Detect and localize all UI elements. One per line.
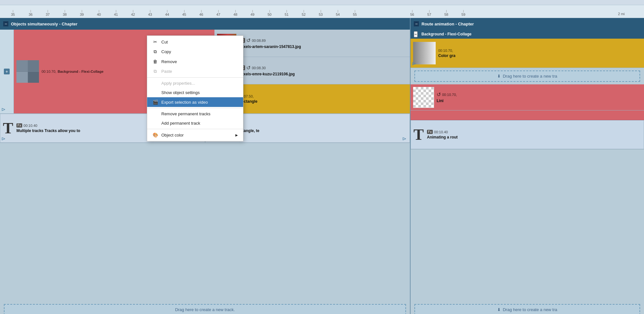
clip-checker[interactable]: ↺ 00:10.70, Lini [411, 84, 644, 110]
clip-thumb-checker [413, 87, 434, 108]
export-video-icon: 🎬 [152, 100, 158, 105]
clip-image-car[interactable]: FX ↺ 00:08.30 pexels-emre-kuzu-2119106.j… [214, 57, 410, 84]
clip-rectangle[interactable]: 00:07.50, Rectangle [214, 84, 410, 113]
cut-label: Cut [161, 40, 168, 44]
clip-time-colorgrd: 00:10.70, [438, 49, 455, 52]
add-track-icon-1: + [4, 69, 10, 74]
right-chapter-header: − Route animation - Chapter [411, 18, 644, 30]
clip-text-right-panel[interactable]: T Fx 00:10.40 Animating a rout [411, 120, 644, 149]
resize-handle-3[interactable]: ⊳ [402, 136, 409, 142]
palette-icon: 🎨 [152, 132, 158, 138]
ruler-tick-49: 49 [251, 13, 254, 16]
ruler-tick-50: 50 [268, 13, 271, 16]
drag-arrow-right-top: ⬇ [497, 74, 501, 79]
cut-icon: ✂ [152, 39, 158, 44]
drag-zone-top-right-container: ⬇ Drag here to create a new tra [411, 68, 644, 84]
fx-icon-text: Fx [16, 123, 22, 128]
drag-zone-left-text: Drag here to create a new track. [175, 307, 235, 312]
remove-perm-label: Remove permanent tracks [161, 111, 210, 116]
menu-item-object-color[interactable]: 🎨 Object color ▶ [147, 130, 243, 140]
ruler-tick-45: 45 [182, 13, 186, 16]
clip-time-forest: FX ↺ 00:08.89 [239, 37, 301, 43]
clip-info-checker: ↺ 00:10.70, Lini [437, 91, 457, 103]
right-track-content-2: ↺ 00:10.70, Lini [411, 84, 644, 110]
copy-icon: ⧉ [152, 49, 158, 54]
menu-item-export-video[interactable]: 🎬 Export selection as video [147, 97, 243, 107]
add-perm-label: Add permanent track [161, 121, 200, 126]
ruler-tick-40: 40 [97, 13, 101, 16]
paste-icon: ⧉ [152, 69, 158, 74]
time-value: 00:10.70, [42, 70, 56, 73]
clip-color-grad[interactable]: 00:10.70, Color gra ⊳ [411, 39, 644, 68]
right-chapter-title: Route animation - Chapter [421, 22, 474, 26]
menu-separator-3 [147, 129, 243, 129]
right-clips-container: FX ↺ 00:08.89 pexels-artem-saranin-15478… [214, 30, 410, 113]
drag-arrow-right-bottom: ⬇ [497, 307, 501, 312]
bottom-area-right: ⬇ Drag here to create a new tra [411, 149, 644, 314]
clip-time-text-panel: Fx 00:10.40 [427, 130, 458, 134]
drag-zone-right-bottom-text: Drag here to create a new tra [503, 307, 557, 312]
clip-name-collage: Background - Flexi-Collage [58, 70, 103, 73]
right-chapter-collapse-btn[interactable]: − [414, 21, 419, 26]
clip-time-text: Fx 00:10.40 [16, 123, 80, 128]
clip-name-car: pexels-emre-kuzu-2119106.jpg [239, 72, 295, 76]
ruler-tick-35: 35 [11, 13, 15, 16]
menu-item-copy[interactable]: ⧉ Copy [147, 47, 243, 57]
right-track-row-text: T Fx 00:10.40 Animating a rout [411, 120, 644, 149]
remove-label: Remove [161, 59, 177, 64]
ruler-tick-38: 38 [63, 13, 67, 16]
clip-info-colorgrd: 00:10.70, Color gra [438, 49, 455, 58]
ruler-tick-36: 36 [29, 13, 33, 16]
menu-item-paste[interactable]: ⧉ Paste [147, 66, 243, 76]
ruler-tick-47: 47 [216, 13, 220, 16]
ruler-tick-39: 39 [80, 13, 84, 16]
menu-item-apply-props[interactable]: Apply properties... [147, 79, 243, 88]
clip-thumb-collage [16, 60, 39, 83]
ruler-tick-53: 53 [319, 13, 323, 16]
clip-image-forest[interactable]: FX ↺ 00:08.89 pexels-artem-saranin-15478… [214, 30, 410, 57]
left-chapter-header: − Objects simultaneously - Chapter [0, 18, 410, 30]
top-strip [0, 0, 644, 5]
resize-handle-1[interactable]: ⊳ [1, 106, 8, 113]
right-subtrack-collapse-btn[interactable]: − [414, 31, 418, 37]
ruler-tick-41: 41 [114, 13, 118, 16]
drag-zone-right-top-text: Drag here to create a new tra [503, 74, 557, 79]
add-track-button-1[interactable]: + [1, 67, 12, 76]
ruler-tick-51: 51 [285, 13, 289, 16]
clip-info-car: FX ↺ 00:08.30 pexels-emre-kuzu-2119106.j… [239, 65, 295, 76]
resize-handle-right-1[interactable]: ⊳ [412, 61, 418, 67]
clip-time-checker: ↺ 00:10.70, [437, 91, 457, 98]
drag-drop-zone-right-bottom[interactable]: ⬇ Drag here to create a new tra [414, 304, 640, 314]
menu-separator-1 [147, 77, 243, 78]
object-color-label: Object color [161, 133, 184, 138]
menu-item-cut[interactable]: ✂ Cut [147, 37, 243, 47]
clip-name-checker: Lini [437, 99, 457, 103]
bottom-area-left: Drag here to create a new track. [0, 143, 410, 314]
copy-label: Copy [161, 49, 171, 54]
ruler-tick-57: 57 [427, 13, 431, 16]
right-track-row-2: ↺ 00:10.70, Lini [411, 84, 644, 110]
show-settings-label: Show object settings [161, 90, 200, 95]
menu-item-add-perm[interactable]: Add permanent track [147, 119, 243, 128]
drag-drop-zone-right-top[interactable]: ⬇ Drag here to create a new tra [414, 71, 640, 82]
menu-item-show-settings[interactable]: Show object settings [147, 88, 243, 97]
menu-item-remove[interactable]: 🗑 Remove [147, 57, 243, 66]
drag-drop-zone-left[interactable]: Drag here to create a new track. [4, 304, 406, 314]
right-subtrack-title: Background - Flexi-Collage [421, 32, 471, 36]
squiggle-icon-car: ↺ [246, 65, 251, 71]
menu-item-remove-perm[interactable]: Remove permanent tracks [147, 109, 243, 119]
fx-icon-text-panel: Fx [427, 130, 433, 134]
ruler-tick-58: 58 [444, 13, 448, 16]
ruler-tick-56: 56 [410, 13, 414, 16]
clip-name-text-panel: Animating a rout [427, 135, 458, 139]
right-subtrack-header: − Background - Flexi-Collage [411, 30, 644, 39]
remove-icon: 🗑 [152, 59, 158, 64]
left-chapter-collapse-btn[interactable]: − [3, 21, 8, 26]
ruler-tick-43: 43 [148, 13, 152, 16]
clip-name-forest: pexels-artem-saranin-1547813.jpg [239, 44, 301, 49]
squiggle-icon-checker: ↺ [437, 91, 441, 98]
timeline-area: − Objects simultaneously - Chapter + [0, 18, 644, 314]
resize-handle-2[interactable]: ⊳ [1, 136, 8, 142]
right-track-content-1: 00:10.70, Color gra ⊳ [411, 39, 644, 68]
ruler-label-2mi: 2 mi [618, 12, 625, 16]
